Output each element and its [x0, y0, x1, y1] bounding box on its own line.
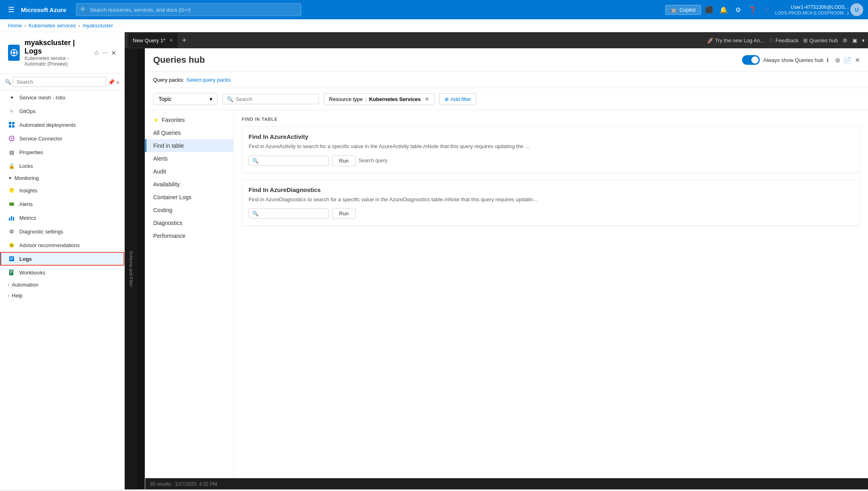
sidebar-item-metrics[interactable]: Metrics: [0, 211, 124, 225]
resource-title-block: myakscluster | Logs Kubernetes service -…: [25, 39, 89, 67]
category-label: Alerts: [153, 155, 168, 162]
topic-dropdown-label: Topic: [158, 96, 172, 102]
category-audit[interactable]: Audit: [145, 165, 233, 178]
profile-icon[interactable]: 👤: [761, 3, 773, 16]
category-all-queries[interactable]: All Queries: [145, 126, 233, 139]
breadcrumb-home[interactable]: Home: [8, 23, 22, 29]
more-options-icon[interactable]: ···: [103, 49, 108, 56]
sidebar-item-gitops[interactable]: ⑂ GitOps: [0, 104, 124, 118]
global-search-input[interactable]: [90, 7, 297, 13]
hamburger-menu[interactable]: ☰: [5, 4, 18, 16]
category-favorites[interactable]: ★ Favorites: [145, 113, 233, 126]
sidebar-item-diagnostic-settings[interactable]: ⚙ Diagnostic settings: [0, 225, 124, 238]
queries-hub-button[interactable]: ⊞ Queries hub: [803, 37, 838, 43]
sidebar-item-label: Automated deployments: [19, 122, 76, 128]
query-search-input-1[interactable]: 🔍: [249, 156, 329, 166]
service-connector-icon: [8, 135, 15, 142]
query-search-input-2[interactable]: 🔍: [249, 208, 329, 219]
service-mesh-icon: ✦: [8, 94, 15, 101]
help-group[interactable]: › Help: [0, 290, 124, 301]
sidebar-item-insights[interactable]: Insights: [0, 184, 124, 197]
close-tab-icon[interactable]: ✕: [169, 38, 173, 43]
feedback-button[interactable]: ♡ Feedback: [769, 37, 798, 43]
sidebar-item-alerts[interactable]: Alerts: [0, 197, 124, 211]
topic-dropdown[interactable]: Topic ▾: [153, 93, 218, 105]
resource-header: myakscluster | Logs Kubernetes service -…: [0, 32, 124, 74]
settings-icon[interactable]: ⚙: [732, 3, 745, 16]
add-tab-button[interactable]: +: [179, 35, 190, 46]
user-avatar[interactable]: U: [850, 3, 863, 16]
category-label: Diagnostics: [153, 220, 182, 226]
sidebar-item-service-mesh[interactable]: ✦ Service mesh - Istio: [0, 91, 124, 104]
monitoring-group[interactable]: ▼ Monitoring: [0, 173, 124, 184]
pin-icon[interactable]: 📌: [108, 79, 115, 85]
automated-deployments-icon: [8, 121, 15, 128]
sidebar-item-properties[interactable]: ▤ Properties: [0, 145, 124, 159]
properties-icon: ▤: [8, 149, 15, 156]
query-tab-active[interactable]: New Query 1* ✕: [128, 33, 178, 47]
svg-rect-9: [12, 125, 14, 128]
filter-row: Topic ▾ 🔍 Resource type : Kubernetes Ser…: [145, 88, 868, 110]
run-button-1[interactable]: Run: [332, 155, 356, 166]
sidebar-search-input[interactable]: [13, 77, 106, 87]
sidebar-item-automated-deployments[interactable]: Automated deployments: [0, 118, 124, 132]
svg-rect-21: [9, 256, 14, 261]
resource-title: myakscluster | Logs: [25, 39, 89, 56]
sidebar-item-service-connector[interactable]: Service Connector: [0, 132, 124, 145]
sidebar-item-locks[interactable]: 🔒 Locks: [0, 159, 124, 173]
category-label: Performance: [153, 233, 185, 239]
category-performance[interactable]: Performance: [145, 229, 233, 242]
notifications-icon[interactable]: 🔔: [717, 3, 730, 16]
collapse-sidebar-icon[interactable]: «: [116, 79, 119, 85]
sidebar-item-advisor-recommendations[interactable]: Advisor recommendations: [0, 238, 124, 252]
sidebar-search-icon: 🔍: [5, 79, 11, 85]
help-icon[interactable]: ❓: [746, 3, 759, 16]
run-button-2[interactable]: Run: [332, 208, 356, 219]
copilot-button[interactable]: 🤖 Copilot: [665, 5, 701, 15]
try-new-log-analytics[interactable]: 🚀 Try the new Log An...: [707, 37, 764, 43]
svg-point-1: [13, 52, 15, 54]
info-icon[interactable]: ℹ: [827, 57, 829, 63]
github-icon[interactable]: ⊛: [835, 56, 840, 64]
sidebar-item-label: Insights: [19, 188, 37, 194]
sidebar-item-label: Service mesh - Istio: [19, 95, 65, 101]
category-alerts[interactable]: Alerts: [145, 152, 233, 165]
collapse-monitoring-icon: ▼: [8, 176, 12, 180]
search-filter[interactable]: 🔍: [222, 94, 319, 104]
close-panel-icon[interactable]: ✕: [111, 49, 116, 57]
select-query-packs-link[interactable]: Select query packs: [187, 77, 231, 83]
cloud-shell-icon[interactable]: ⬛: [703, 3, 716, 16]
category-find-in-table[interactable]: Find in table: [145, 139, 233, 152]
nav-actions: 🤖 Copilot ⬛ 🔔 ⚙ ❓ 👤 User1-47751306@LODS.…: [665, 3, 863, 16]
search-query-label-1: Search query: [359, 158, 387, 163]
close-queries-hub-icon[interactable]: ✕: [855, 56, 860, 64]
category-costing[interactable]: Costing: [145, 204, 233, 217]
query-search-field-1[interactable]: [260, 158, 325, 163]
layout-icon[interactable]: ▣: [852, 37, 857, 43]
chevron-down-icon[interactable]: ▾: [862, 37, 865, 43]
global-search-bar[interactable]: 🔍: [76, 3, 301, 16]
resource-type-filter[interactable]: Resource type : Kubernetes Services ✕: [324, 93, 434, 105]
sidebar-item-label: Logs: [19, 256, 32, 262]
always-show-toggle[interactable]: [742, 55, 760, 65]
breadcrumb-cluster[interactable]: myakscluster: [82, 23, 113, 29]
search-filter-icon: 🔍: [227, 96, 233, 102]
section-header: FIND IN TABLE: [242, 117, 860, 122]
remove-resource-filter-icon[interactable]: ✕: [425, 96, 429, 102]
breadcrumb-k8s[interactable]: Kubernetes services: [29, 23, 76, 29]
category-availability[interactable]: Availability: [145, 178, 233, 191]
svg-rect-6: [9, 122, 11, 124]
category-diagnostics[interactable]: Diagnostics: [145, 217, 233, 229]
sidebar-item-logs[interactable]: Logs: [0, 252, 124, 266]
automation-group[interactable]: › Automation: [0, 279, 124, 290]
sidebar-item-workbooks[interactable]: Workbooks: [0, 266, 124, 279]
settings-tab-icon[interactable]: ⚙: [843, 37, 847, 43]
add-filter-button[interactable]: ⊕ Add filter: [439, 93, 476, 105]
svg-rect-17: [11, 216, 12, 221]
document-icon[interactable]: 📄: [843, 56, 852, 64]
favorite-icon[interactable]: ☆: [94, 49, 99, 57]
query-search-field-2[interactable]: [260, 211, 325, 217]
category-container-logs[interactable]: Container Logs: [145, 191, 233, 204]
search-filter-input[interactable]: [236, 96, 315, 102]
breadcrumb: Home › Kubernetes services › myakscluste…: [0, 19, 868, 32]
